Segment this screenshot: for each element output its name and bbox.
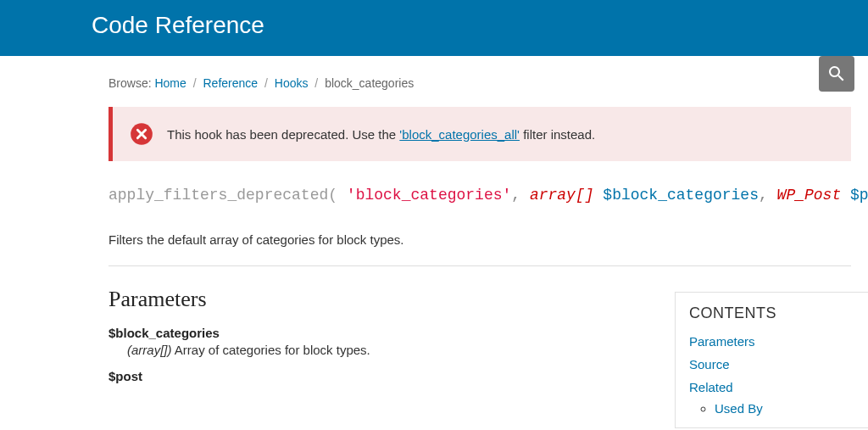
toc-title: CONTENTS (689, 304, 854, 322)
hook-description: Filters the default array of categories … (108, 232, 851, 247)
toc-item: Related Used By (689, 380, 854, 383)
breadcrumb-reference[interactable]: Reference (203, 76, 259, 90)
deprecation-notice: This hook has been deprecated. Use the '… (108, 107, 851, 161)
breadcrumb-separator: / (193, 76, 197, 90)
toc-item: Parameters (689, 334, 854, 349)
breadcrumb-separator: / (314, 76, 318, 90)
breadcrumb-label: Browse: (108, 76, 152, 90)
toc-link-parameters[interactable]: Parameters (689, 334, 755, 349)
toc-list: Parameters Source Related Used By (689, 334, 854, 383)
function-signature: apply_filters_deprecated( 'block_categor… (108, 187, 851, 204)
table-of-contents: CONTENTS Parameters Source Related Used … (675, 292, 868, 383)
breadcrumb-separator: / (264, 76, 268, 90)
page-header: Code Reference (0, 0, 868, 56)
breadcrumb-current: block_categories (325, 76, 414, 90)
toc-item: Source (689, 357, 854, 371)
toc-link-related[interactable]: Related (689, 380, 733, 383)
toc-link-source[interactable]: Source (689, 357, 730, 371)
search-icon (826, 64, 847, 84)
breadcrumb-home[interactable]: Home (154, 76, 186, 90)
breadcrumb-hooks[interactable]: Hooks (275, 76, 309, 90)
notice-text: This hook has been deprecated. Use the '… (167, 127, 595, 142)
breadcrumb: Browse: Home / Reference / Hooks / block… (108, 76, 868, 90)
divider (108, 265, 851, 266)
search-button[interactable] (819, 56, 854, 92)
page-title: Code Reference (92, 12, 868, 39)
notice-link[interactable]: 'block_categories_all' (399, 127, 520, 142)
error-icon (130, 122, 153, 146)
